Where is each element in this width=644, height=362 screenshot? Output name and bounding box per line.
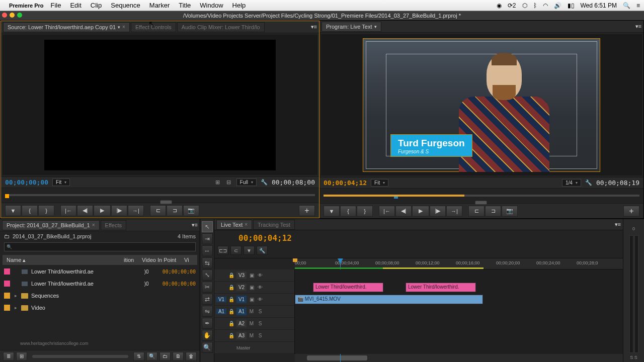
- goto-in-button[interactable]: |←: [379, 206, 395, 217]
- step-back-button[interactable]: ◀|: [395, 206, 412, 217]
- step-fwd-button[interactable]: |▶: [430, 206, 446, 217]
- snap-button[interactable]: ⊏⊐: [217, 246, 228, 255]
- track-header-v2[interactable]: 🔒V2▣👁: [214, 282, 294, 294]
- step-back-button[interactable]: ◀|: [77, 205, 93, 216]
- menu-marker[interactable]: Marker: [149, 2, 170, 9]
- marker-button[interactable]: ▼: [244, 246, 255, 255]
- column-header[interactable]: Name ▴ ition Video In Point Vi: [2, 254, 198, 265]
- expand-icon[interactable]: ▸: [13, 293, 18, 298]
- timeline-timecode[interactable]: 00;00;04;12: [238, 233, 292, 243]
- track-header-v3[interactable]: 🔒V3▣👁: [214, 269, 294, 282]
- program-res-dropdown[interactable]: 1/4: [562, 179, 581, 187]
- mark-out-button[interactable]: }: [38, 205, 54, 216]
- volume-icon[interactable]: 🔊: [554, 2, 561, 9]
- minimize-window[interactable]: [10, 13, 15, 18]
- program-monitor[interactable]: Turd Furgeson Furgeson & S: [321, 34, 642, 175]
- program-zoom-dropdown[interactable]: Fit: [371, 179, 388, 187]
- source-timecode-in[interactable]: 00;00;00;00: [5, 178, 48, 186]
- track-header-a3[interactable]: 🔒A3MS: [214, 330, 294, 342]
- button-editor[interactable]: +: [623, 206, 639, 217]
- new-item-button[interactable]: 🗎: [173, 352, 184, 361]
- lock-icon[interactable]: 🔒: [228, 308, 235, 315]
- source-scrubber[interactable]: [1, 188, 319, 203]
- dropbox-icon[interactable]: ⬡: [522, 2, 527, 9]
- add-marker-button[interactable]: ▼: [5, 205, 21, 216]
- playhead-icon[interactable]: [5, 194, 9, 198]
- settings-icon[interactable]: ⊞: [214, 179, 221, 186]
- panel-menu-icon[interactable]: ▾≡: [635, 23, 641, 30]
- menu-sequence[interactable]: Sequence: [111, 2, 140, 9]
- panel-menu-icon[interactable]: ▾≡: [615, 221, 621, 228]
- insert-button[interactable]: ⊏: [150, 205, 166, 216]
- step-fwd-button[interactable]: |▶: [111, 205, 127, 216]
- track-header-a2[interactable]: 🔒A2MS: [214, 318, 294, 330]
- export-frame-button[interactable]: 📷: [502, 206, 518, 217]
- menu-edit[interactable]: Edit: [70, 2, 81, 9]
- clip[interactable]: 🎬 MVI_6415.MOV: [295, 295, 483, 304]
- overwrite-button[interactable]: ⊐: [167, 205, 183, 216]
- tab-source[interactable]: Source: Lower Third/lowerthird.aep Copy …: [3, 22, 130, 32]
- lock-icon[interactable]: 🔒: [228, 272, 235, 279]
- find-button[interactable]: 🔍: [146, 352, 157, 361]
- track-header-a1[interactable]: A1🔒A1MS: [214, 306, 294, 318]
- play-button[interactable]: ▶: [94, 205, 111, 216]
- label-color[interactable]: [4, 293, 10, 299]
- app-name[interactable]: Premiere Pro: [9, 3, 43, 9]
- project-item[interactable]: Lower Third/lowerthird.ae )0 00;00;00;00: [2, 265, 198, 278]
- program-scrubber[interactable]: [319, 188, 643, 203]
- time-ruler[interactable]: 00;00 00;00;04;00 00;00;08;00 00;00;12;0…: [295, 258, 623, 269]
- toggle-output-icon[interactable]: ▣: [248, 296, 255, 303]
- eye-icon[interactable]: 👁: [257, 296, 264, 303]
- lock-icon[interactable]: 🔒: [228, 332, 235, 339]
- menu-clip[interactable]: Clip: [91, 2, 102, 9]
- scroll-thumb[interactable]: [307, 355, 367, 360]
- program-timecode-in[interactable]: 00;00;04;12: [324, 179, 367, 187]
- extract-button[interactable]: ⊐: [485, 206, 501, 217]
- tab-effects[interactable]: Effects: [101, 220, 126, 230]
- tab-sequence[interactable]: Tracking Test: [253, 220, 295, 230]
- toggle-output-icon[interactable]: ▣: [248, 284, 255, 291]
- source-res-dropdown[interactable]: Full: [236, 178, 257, 186]
- timeline-scrollbar[interactable]: [295, 354, 623, 362]
- panel-menu-icon[interactable]: ▾≡: [192, 222, 198, 228]
- mark-in-button[interactable]: {: [22, 205, 38, 216]
- button-editor[interactable]: +: [299, 205, 315, 216]
- tab-program[interactable]: Program: Live Text ▾: [321, 22, 381, 32]
- export-frame-button[interactable]: 📷: [183, 205, 199, 216]
- eye-icon[interactable]: 👁: [257, 284, 264, 291]
- settings-button[interactable]: 🔧: [257, 246, 268, 255]
- label-color[interactable]: [4, 281, 10, 287]
- track-header-v1[interactable]: V1🔒V1▣👁: [214, 294, 294, 306]
- source-zoom-dropdown[interactable]: Fit: [52, 178, 70, 186]
- close-window[interactable]: [2, 13, 7, 18]
- selection-tool[interactable]: ↖: [202, 221, 213, 232]
- bluetooth-icon[interactable]: ᛒ: [533, 2, 537, 9]
- cc-status-icon[interactable]: ◉: [497, 2, 502, 9]
- menu-help[interactable]: Help: [232, 2, 246, 9]
- scrub-handle[interactable]: [475, 201, 487, 205]
- lower-third-graphic[interactable]: Turd Furgeson Furgeson & S: [391, 135, 472, 156]
- project-list[interactable]: Lower Third/lowerthird.ae )0 00;00;00;00…: [0, 265, 200, 350]
- mark-in-button[interactable]: {: [340, 206, 356, 217]
- new-bin-button[interactable]: 🗀: [159, 352, 171, 361]
- menu-file[interactable]: File: [50, 2, 61, 9]
- slip-tool[interactable]: ⇄: [202, 294, 213, 305]
- rolling-tool[interactable]: ⇆: [202, 257, 213, 268]
- sort-button[interactable]: ⇅: [133, 352, 144, 361]
- track-header-master[interactable]: Master: [214, 342, 294, 354]
- tracks-area[interactable]: Lower Third/lowerthird. Lower Third/lowe…: [295, 269, 623, 354]
- razor-tool[interactable]: ✂: [202, 282, 213, 293]
- track-select-tool[interactable]: ⇥: [202, 233, 213, 244]
- project-item[interactable]: ▸ Sequences: [2, 290, 198, 302]
- close-tab-icon[interactable]: ×: [122, 24, 125, 30]
- meter-solo[interactable]: S S: [630, 355, 637, 360]
- zoom-tool[interactable]: 🔍: [202, 342, 213, 353]
- zoom-window[interactable]: [17, 13, 22, 18]
- spotlight-icon[interactable]: 🔍: [623, 2, 630, 9]
- wrench-icon[interactable]: 🔧: [261, 179, 268, 186]
- slide-tool[interactable]: ⇋: [202, 306, 213, 317]
- lift-button[interactable]: ⊏: [468, 206, 485, 217]
- tab-effect-controls[interactable]: Effect Controls: [131, 22, 176, 32]
- sync-status[interactable]: ⟳ 2: [508, 2, 516, 9]
- menu-title[interactable]: Title: [179, 2, 191, 9]
